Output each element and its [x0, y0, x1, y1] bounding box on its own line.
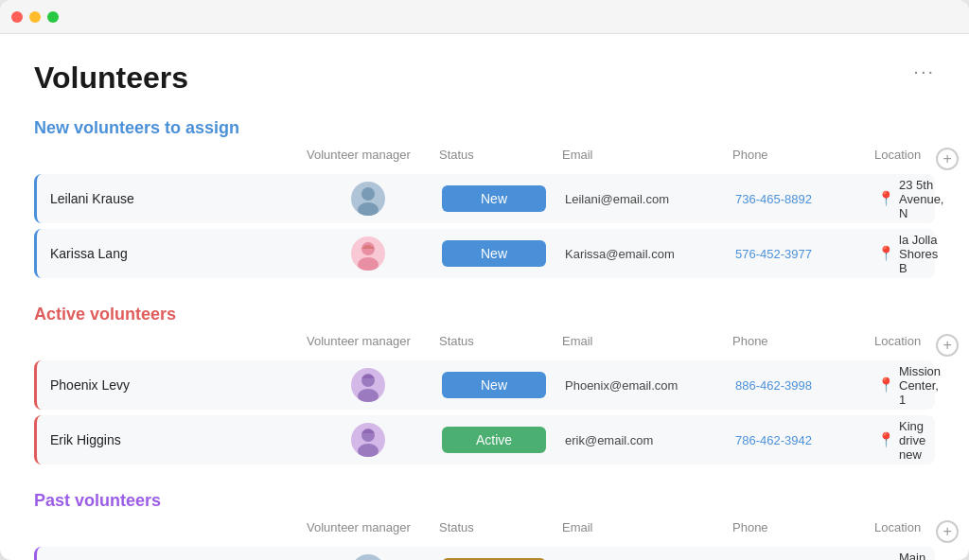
- col-header-3: Email: [555, 148, 725, 170]
- phone-cell[interactable]: 736-465-8892: [728, 192, 870, 206]
- avatar: [351, 554, 385, 560]
- email-cell: erik@email.com: [557, 433, 728, 447]
- volunteer-name: Leilani Krause: [37, 191, 302, 206]
- col-header-2: Status: [432, 520, 555, 543]
- location-text: 23 5th Avenue, N: [899, 178, 943, 220]
- svg-point-5: [358, 389, 379, 402]
- email-cell: Karissa@email.com: [557, 247, 728, 261]
- col-header-3: Email: [555, 520, 725, 543]
- section-title-past: Past volunteers: [34, 491, 935, 511]
- table-row: Madison DoylePastMadison@email.com566-46…: [34, 547, 935, 560]
- volunteer-manager-avatar: [302, 368, 434, 402]
- col-header-0: [34, 520, 299, 543]
- avatar: [351, 182, 385, 216]
- status-cell: New: [434, 240, 557, 267]
- section-active: Active volunteersVolunteer managerStatus…: [34, 305, 935, 464]
- location-cell: 📍King drive new: [870, 419, 933, 462]
- col-header-2: Status: [432, 334, 555, 357]
- status-badge: Active: [442, 427, 546, 453]
- col-header-1: Volunteer manager: [299, 334, 432, 357]
- table-header-new: Volunteer managerStatusEmailPhoneLocatio…: [34, 148, 935, 174]
- location-cell: 📍23 5th Avenue, N: [870, 178, 951, 220]
- phone-cell[interactable]: 576-452-3977: [728, 247, 870, 261]
- volunteer-manager-avatar: [302, 554, 434, 560]
- col-header-1: Volunteer manager: [299, 520, 432, 543]
- col-header-5: Location: [867, 520, 928, 543]
- location-icon: 📍: [877, 245, 895, 262]
- app-window: Volunteers ··· New volunteers to assignV…: [0, 0, 969, 560]
- table-past: Volunteer managerStatusEmailPhoneLocatio…: [34, 520, 935, 560]
- col-header-4: Phone: [725, 148, 867, 170]
- phone-cell[interactable]: 786-462-3942: [728, 433, 870, 447]
- col-header-0: [34, 334, 299, 357]
- page-title: Volunteers: [34, 61, 935, 96]
- section-title-new: New volunteers to assign: [34, 118, 935, 138]
- add-volunteer-button-past[interactable]: +: [936, 520, 959, 543]
- svg-point-7: [358, 444, 379, 457]
- location-text: la Jolla Shores B: [899, 233, 938, 275]
- avatar: [351, 368, 385, 402]
- volunteer-manager-avatar: [302, 423, 434, 457]
- location-icon: 📍: [877, 190, 895, 207]
- table-row: Leilani KrauseNewLeilani@email.com736-46…: [34, 174, 935, 223]
- col-header-3: Email: [555, 334, 725, 357]
- location-text: Main Street, Bost: [899, 551, 935, 561]
- volunteer-manager-avatar: [302, 182, 434, 216]
- avatar: [351, 423, 385, 457]
- svg-point-0: [361, 187, 375, 201]
- table-header-active: Volunteer managerStatusEmailPhoneLocatio…: [34, 334, 935, 360]
- location-cell: 📍la Jolla Shores B: [870, 233, 945, 275]
- phone-cell[interactable]: 886-462-3998: [728, 378, 870, 393]
- table-active: Volunteer managerStatusEmailPhoneLocatio…: [34, 334, 935, 464]
- status-cell: New: [434, 185, 557, 212]
- section-past: Past volunteersVolunteer managerStatusEm…: [34, 491, 935, 560]
- main-content: Volunteers ··· New volunteers to assignV…: [0, 34, 969, 560]
- status-badge: New: [442, 185, 546, 212]
- col-header-2: Status: [432, 148, 555, 170]
- svg-point-3: [358, 257, 379, 271]
- col-header-1: Volunteer manager: [299, 148, 432, 170]
- maximize-dot[interactable]: [47, 11, 59, 23]
- location-text: Mission Center, 1: [899, 364, 941, 407]
- svg-point-1: [358, 202, 379, 216]
- volunteer-manager-avatar: [302, 236, 434, 271]
- status-cell: Active: [434, 427, 557, 453]
- sections-container: New volunteers to assignVolunteer manage…: [34, 118, 935, 560]
- avatar: [351, 236, 385, 271]
- table-header-past: Volunteer managerStatusEmailPhoneLocatio…: [34, 520, 935, 547]
- col-header-4: Phone: [725, 334, 867, 357]
- table-row: Phoenix LevyNewPhoenix@email.com886-462-…: [34, 360, 935, 410]
- section-new: New volunteers to assignVolunteer manage…: [34, 118, 935, 278]
- minimize-dot[interactable]: [29, 11, 41, 23]
- more-options-button[interactable]: ···: [913, 61, 935, 82]
- titlebar: [0, 0, 969, 34]
- volunteer-name: Erik Higgins: [37, 432, 302, 447]
- volunteer-name: Karissa Lang: [37, 246, 302, 261]
- status-badge: New: [442, 372, 546, 398]
- section-title-active: Active volunteers: [34, 305, 935, 324]
- location-icon: 📍: [877, 431, 895, 448]
- add-volunteer-button-active[interactable]: +: [936, 334, 959, 357]
- col-header-0: [34, 148, 299, 170]
- close-dot[interactable]: [11, 11, 23, 23]
- volunteer-name: Phoenix Levy: [37, 377, 302, 393]
- location-icon: 📍: [877, 376, 895, 394]
- location-cell: 📍Main Street, Bost: [870, 551, 943, 561]
- table-new: Volunteer managerStatusEmailPhoneLocatio…: [34, 148, 935, 278]
- location-text: King drive new: [899, 419, 925, 462]
- col-header-4: Phone: [725, 520, 867, 543]
- add-volunteer-button-new[interactable]: +: [936, 148, 959, 170]
- email-cell: Leilani@email.com: [557, 192, 728, 206]
- table-row: Karissa LangNewKarissa@email.com576-452-…: [34, 229, 935, 278]
- status-cell: New: [434, 372, 557, 398]
- status-badge: New: [442, 240, 546, 267]
- col-header-5: Location: [867, 148, 928, 170]
- email-cell: Phoenix@email.com: [557, 378, 728, 393]
- table-row: Erik HigginsActiveerik@email.com786-462-…: [34, 415, 935, 464]
- location-cell: 📍Mission Center, 1: [870, 364, 948, 407]
- col-header-5: Location: [867, 334, 928, 357]
